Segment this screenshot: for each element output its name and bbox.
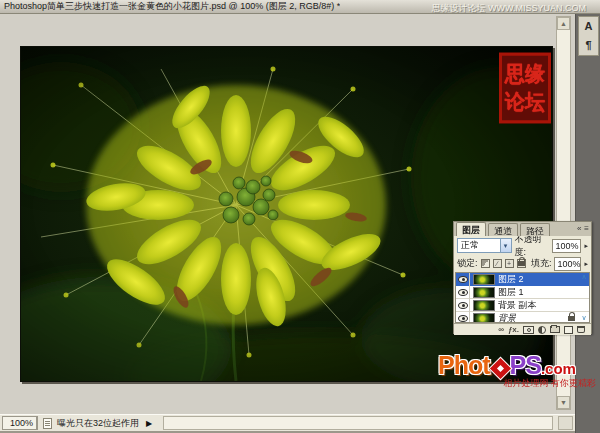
layers-panel-button-bar: ∞ ƒx.	[454, 323, 591, 335]
tab-paths[interactable]: 路径	[520, 223, 550, 236]
visibility-cell[interactable]	[456, 286, 470, 299]
lock-row: 锁定: ∕ + 填充: 100% ▸	[454, 255, 591, 272]
tab-layers[interactable]: 图层	[456, 222, 486, 236]
zoom-level-input[interactable]: 100%	[2, 416, 38, 430]
seal-line2: 论坛	[505, 88, 545, 116]
layer-row-2[interactable]: 图层 2	[456, 273, 589, 286]
layer-row-background[interactable]: 背景	[456, 312, 589, 323]
link-layers-button[interactable]: ∞	[498, 325, 504, 335]
layer-thumbnail[interactable]	[473, 313, 495, 324]
fill-label: 填充:	[531, 257, 552, 270]
horizontal-scrollbar[interactable]	[163, 416, 553, 430]
blend-mode-select[interactable]: 正常 ▾	[457, 238, 512, 253]
layer-thumbnail[interactable]	[473, 287, 495, 298]
dock-panel-buttons: A ¶	[578, 16, 599, 56]
fill-value[interactable]: 100%	[554, 257, 581, 271]
logo-diamond-o-icon	[489, 358, 510, 379]
seal-stamp: 思缘 论坛	[499, 53, 551, 124]
logo-tagline: 相片处理网 有你更精彩	[438, 379, 598, 388]
lock-position-icon[interactable]: +	[505, 259, 514, 268]
layer-name[interactable]: 图层 2	[498, 273, 524, 286]
chevron-down-icon[interactable]: ▾	[500, 239, 511, 252]
layer-thumbnail[interactable]	[473, 274, 495, 285]
layer-name[interactable]: 背景	[498, 312, 516, 324]
vertical-scrollbar[interactable]: ▲ ▼	[556, 16, 571, 410]
list-scroll-down-icon[interactable]: ∨	[581, 314, 586, 322]
eye-icon[interactable]	[458, 289, 468, 296]
layer-thumbnail[interactable]	[473, 300, 495, 311]
layer-mask-button[interactable]	[523, 325, 534, 335]
status-bar: 100% 曝光只在32位起作用 ▶	[0, 414, 575, 433]
status-expand-icon[interactable]: ▶	[146, 419, 152, 428]
photops-logo: PhotPS.com 相片处理网 有你更精彩	[438, 353, 598, 388]
fill-spinner-icon[interactable]: ▸	[584, 260, 588, 268]
opacity-value[interactable]: 100%	[552, 239, 581, 253]
status-message: 曝光只在32位起作用	[57, 417, 139, 430]
eye-icon[interactable]	[458, 302, 468, 309]
paragraph-panel-icon[interactable]: ¶	[580, 38, 597, 53]
lock-transparency-icon[interactable]	[481, 259, 490, 268]
layer-style-button[interactable]: ƒx.	[508, 325, 519, 335]
panel-tab-bar: 图层 通道 路径 « ≡	[454, 222, 591, 236]
logo-word-ps: PS	[510, 351, 541, 379]
seal-line1: 思缘	[505, 60, 545, 88]
panel-collapse-icon[interactable]: «	[577, 224, 581, 233]
layer-name[interactable]: 背景 副本	[498, 299, 537, 312]
background-lock-icon	[568, 313, 575, 323]
layer-row-1[interactable]: 图层 1	[456, 286, 589, 299]
eye-icon[interactable]	[458, 276, 468, 283]
panel-menu-icon[interactable]: ≡	[584, 224, 589, 233]
adjustment-layer-button[interactable]	[538, 325, 546, 335]
visibility-cell[interactable]	[456, 273, 470, 286]
scroll-down-arrow-icon[interactable]: ▼	[557, 396, 570, 409]
lock-all-icon[interactable]	[517, 259, 526, 268]
character-panel-icon[interactable]: A	[580, 19, 597, 34]
delete-layer-button[interactable]	[577, 325, 585, 335]
new-group-button[interactable]	[550, 325, 560, 335]
lock-pixels-brush-icon[interactable]: ∕	[493, 259, 502, 268]
new-layer-button[interactable]	[564, 325, 573, 335]
layer-list-scrollbar[interactable]: ∧ ∨	[579, 273, 589, 322]
layer-name[interactable]: 图层 1	[498, 286, 524, 299]
window-title: Photoshop简单三步快速打造一张金黄色的小花图片.psd @ 100% (…	[4, 0, 340, 13]
tab-channels[interactable]: 通道	[488, 223, 518, 236]
layers-panel: 图层 通道 路径 « ≡ 正常 ▾ 不透明度: 100% ▸ 锁定: ∕ + 填…	[453, 221, 592, 334]
layer-row-bg-copy[interactable]: 背景 副本	[456, 299, 589, 312]
visibility-cell[interactable]	[456, 299, 470, 312]
forum-watermark: 思缘设计论坛 WWW.MISSYUAN.COM	[432, 2, 587, 15]
title-bar: Photoshop简单三步快速打造一张金黄色的小花图片.psd @ 100% (…	[0, 0, 600, 14]
scrollbar-corner	[558, 416, 573, 430]
scroll-up-arrow-icon[interactable]: ▲	[557, 17, 570, 30]
list-scroll-up-icon[interactable]: ∧	[581, 273, 586, 281]
visibility-cell[interactable]	[456, 312, 470, 324]
document-info-icon	[43, 418, 52, 429]
blend-mode-row: 正常 ▾ 不透明度: 100% ▸	[454, 236, 591, 255]
blend-mode-value: 正常	[458, 239, 500, 252]
logo-word-phot: Phot	[438, 351, 490, 379]
layer-list: 图层 2 图层 1 背景 副本 背景 ∧ ∨	[455, 272, 590, 323]
lock-label: 锁定:	[457, 257, 478, 270]
eye-icon[interactable]	[458, 315, 468, 322]
opacity-spinner-icon[interactable]: ▸	[584, 242, 588, 250]
logo-word-com: .com	[541, 360, 576, 377]
